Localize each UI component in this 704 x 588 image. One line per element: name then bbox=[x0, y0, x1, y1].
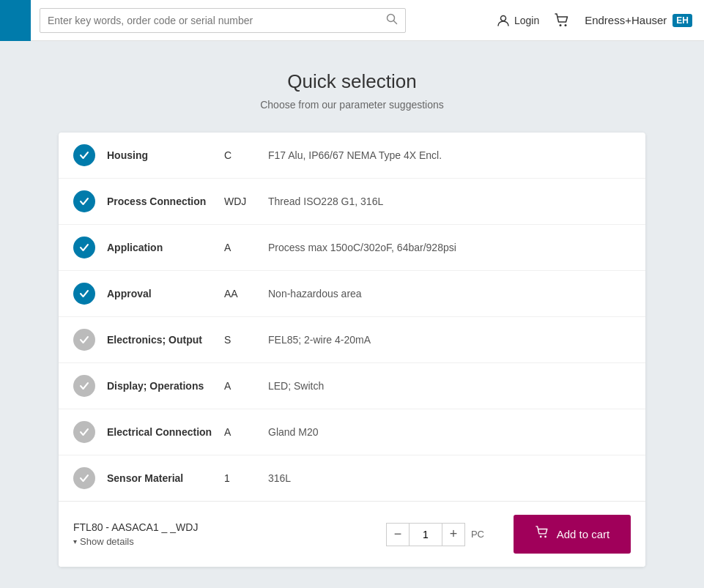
param-desc-display-operations: LED; Switch bbox=[268, 380, 631, 392]
brand-badge: EH bbox=[672, 14, 692, 27]
add-to-cart-label: Add to cart bbox=[557, 528, 610, 540]
cart-icon bbox=[554, 12, 570, 29]
param-code-application: A bbox=[224, 242, 268, 253]
search-input[interactable] bbox=[48, 15, 386, 26]
footer-row: FTL80 - AASACA1 _ _WDJ ▾ Show details − … bbox=[59, 501, 645, 567]
param-name-housing: Housing bbox=[107, 149, 224, 161]
search-icon bbox=[386, 13, 398, 28]
param-code-approval: AA bbox=[224, 288, 268, 299]
param-code-sensor-material: 1 bbox=[224, 472, 268, 484]
param-name-process-connection: Process Connection bbox=[107, 196, 224, 207]
logo-bar bbox=[0, 0, 31, 41]
param-desc-electronics-output: FEL85; 2-wire 4-20mA bbox=[268, 334, 631, 346]
product-code-block: FTL80 - AASACA1 _ _WDJ ▾ Show details bbox=[73, 521, 234, 547]
param-desc-housing: F17 Alu, IP66/67 NEMA Type 4X Encl. bbox=[268, 149, 631, 161]
svg-point-2 bbox=[500, 15, 505, 21]
svg-point-6 bbox=[544, 536, 546, 538]
svg-point-5 bbox=[540, 536, 542, 538]
login-button[interactable]: Login bbox=[497, 14, 539, 27]
param-name-application: Application bbox=[107, 242, 224, 253]
param-code-process-connection: WDJ bbox=[224, 196, 268, 207]
svg-line-1 bbox=[394, 21, 397, 23]
main-content: Quick selection Choose from our paramete… bbox=[0, 41, 704, 588]
params-list: Housing C F17 Alu, IP66/67 NEMA Type 4X … bbox=[59, 133, 645, 501]
param-desc-electrical-connection: Gland M20 bbox=[268, 426, 631, 438]
search-bar[interactable] bbox=[40, 8, 406, 33]
brand-name: Endress+Hauser bbox=[585, 14, 667, 26]
add-to-cart-button[interactable]: Add to cart bbox=[514, 515, 631, 554]
param-name-electronics-output: Electronics; Output bbox=[107, 334, 224, 346]
cart-button[interactable] bbox=[554, 12, 570, 29]
param-row-electronics-output[interactable]: Electronics; Output S FEL85; 2-wire 4-20… bbox=[59, 317, 645, 363]
page-title: Quick selection bbox=[59, 70, 645, 93]
show-details-label: Show details bbox=[80, 536, 134, 547]
param-code-electrical-connection: A bbox=[224, 426, 268, 438]
param-name-electrical-connection: Electrical Connection bbox=[107, 426, 224, 438]
qty-unit: PC bbox=[471, 529, 484, 540]
param-code-display-operations: A bbox=[224, 380, 268, 392]
param-row-housing[interactable]: Housing C F17 Alu, IP66/67 NEMA Type 4X … bbox=[59, 133, 645, 179]
page-subtitle: Choose from our parameter suggestions bbox=[59, 99, 645, 111]
login-label: Login bbox=[514, 15, 539, 26]
quantity-control: − + PC bbox=[386, 523, 484, 546]
check-icon-process-connection bbox=[73, 190, 95, 212]
param-row-sensor-material[interactable]: Sensor Material 1 316L bbox=[59, 455, 645, 501]
param-desc-sensor-material: 316L bbox=[268, 472, 631, 484]
check-icon-housing bbox=[73, 144, 95, 166]
param-code-electronics-output: S bbox=[224, 334, 268, 346]
param-desc-process-connection: Thread ISO228 G1, 316L bbox=[268, 196, 631, 207]
param-desc-approval: Non-hazardous area bbox=[268, 288, 631, 299]
qty-increase-button[interactable]: + bbox=[442, 523, 465, 546]
param-code-housing: C bbox=[224, 149, 268, 161]
product-code: FTL80 - AASACA1 _ _WDJ bbox=[73, 521, 234, 533]
header: Login Endress+Hauser EH bbox=[0, 0, 704, 41]
param-name-display-operations: Display; Operations bbox=[107, 380, 224, 392]
check-icon-electrical-connection bbox=[73, 421, 95, 443]
param-row-process-connection[interactable]: Process Connection WDJ Thread ISO228 G1,… bbox=[59, 179, 645, 225]
param-name-sensor-material: Sensor Material bbox=[107, 472, 224, 484]
param-row-display-operations[interactable]: Display; Operations A LED; Switch bbox=[59, 363, 645, 409]
show-details-button[interactable]: ▾ Show details bbox=[73, 536, 234, 547]
svg-point-4 bbox=[565, 24, 567, 26]
header-actions: Login Endress+Hauser EH bbox=[497, 12, 692, 29]
check-icon-approval bbox=[73, 283, 95, 305]
chevron-down-icon: ▾ bbox=[73, 537, 77, 546]
brand-logo: Endress+Hauser EH bbox=[585, 14, 692, 27]
qty-decrease-button[interactable]: − bbox=[386, 523, 410, 546]
qty-input[interactable] bbox=[410, 523, 442, 546]
param-desc-application: Process max 150oC/302oF, 64bar/928psi bbox=[268, 242, 631, 253]
selection-card: Housing C F17 Alu, IP66/67 NEMA Type 4X … bbox=[59, 133, 645, 567]
param-row-approval[interactable]: Approval AA Non-hazardous area bbox=[59, 271, 645, 317]
cart-icon bbox=[535, 525, 549, 543]
check-icon-sensor-material bbox=[73, 467, 95, 489]
param-name-approval: Approval bbox=[107, 288, 224, 299]
param-row-application[interactable]: Application A Process max 150oC/302oF, 6… bbox=[59, 225, 645, 271]
check-icon-electronics-output bbox=[73, 329, 95, 351]
param-row-electrical-connection[interactable]: Electrical Connection A Gland M20 bbox=[59, 409, 645, 455]
check-icon-application bbox=[73, 237, 95, 258]
svg-point-3 bbox=[560, 24, 562, 26]
user-icon bbox=[497, 14, 510, 27]
check-icon-display-operations bbox=[73, 375, 95, 397]
